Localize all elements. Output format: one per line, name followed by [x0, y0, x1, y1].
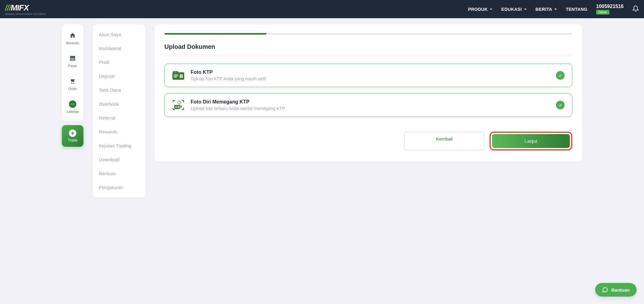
upload-item-selfie-ktp[interactable]: Foto Diri Memegang KTP Upload foto terba…: [164, 93, 572, 117]
sidebar2-item-akun-saya[interactable]: Akun Saya: [99, 32, 139, 37]
sidebar2-item-overbook[interactable]: Overbook: [99, 101, 139, 107]
sidebar-item-beranda[interactable]: Beranda: [66, 32, 79, 45]
back-button[interactable]: Kembali: [404, 132, 485, 150]
home-icon: [69, 32, 76, 39]
sidebar-item-label: Order: [68, 87, 77, 91]
check-icon: [556, 101, 565, 109]
sidebar2-item-deposit[interactable]: Deposit: [99, 74, 139, 79]
sidebar2-item-kejutan-trading[interactable]: Kejutan Trading: [99, 143, 139, 148]
help-fab[interactable]: Bantuan: [595, 283, 637, 297]
svg-rect-16: [180, 74, 183, 78]
sidebar-secondary: Akun Saya Multilateral Profil Deposit Ta…: [93, 24, 145, 197]
svg-rect-20: [175, 106, 177, 107]
dots-icon: [69, 100, 76, 108]
svg-point-5: [71, 83, 72, 84]
chat-icon: [602, 287, 608, 293]
nav-label: EDUKASI: [501, 7, 522, 12]
market-icon: [69, 55, 76, 62]
id-card-icon: KTP: [172, 70, 184, 80]
svg-point-9: [74, 104, 74, 104]
svg-point-18: [178, 101, 181, 104]
svg-rect-14: [174, 76, 178, 76]
nav-label: TENTANG: [566, 7, 587, 12]
progress-bar: [164, 33, 572, 35]
bell-icon: [632, 5, 639, 12]
nav-tentang[interactable]: TENTANG: [566, 7, 587, 12]
svg-rect-4: [74, 58, 75, 60]
header-nav: PRODUK EDUKASI BERITA TENTANG 1005921516…: [468, 4, 639, 15]
nav-berita[interactable]: BERITA: [536, 7, 557, 12]
svg-rect-15: [174, 77, 177, 78]
logo[interactable]: ///MIFX MONEX INVESTINDO FUTURES: [5, 3, 46, 15]
sidebar2-item-pengaturan[interactable]: Pengaturan: [99, 185, 139, 190]
sidebar2-item-multilateral[interactable]: Multilateral: [99, 46, 139, 51]
next-button-highlight: Lanjut: [489, 132, 572, 150]
plus-icon: +: [69, 129, 76, 137]
progress-fill: [164, 33, 266, 35]
svg-rect-1: [71, 58, 71, 60]
trade-button[interactable]: + Trade: [62, 125, 83, 147]
nav-label: BERITA: [536, 7, 552, 12]
svg-rect-21: [175, 107, 178, 108]
sidebar-item-label: Beranda: [66, 41, 79, 45]
chevron-down-icon: [524, 8, 527, 11]
main-content: Upload Dokumen KTP Foto KTP Upload foto …: [155, 24, 582, 197]
svg-rect-13: [174, 74, 178, 75]
account-id: 1005921516: [596, 4, 624, 9]
sidebar2-item-referral[interactable]: Referral: [99, 115, 139, 120]
selfie-id-icon: [172, 100, 184, 110]
divider: [164, 55, 572, 55]
sidebar-item-order[interactable]: Order: [68, 78, 77, 91]
cart-icon: [69, 78, 76, 85]
upload-card: Upload Dokumen KTP Foto KTP Upload foto …: [155, 24, 582, 162]
sidebar2-item-profil[interactable]: Profil: [99, 60, 139, 65]
svg-text:KTP: KTP: [174, 71, 177, 73]
sidebar-item-label: Pasar: [68, 64, 77, 68]
sidebar-item-lainnya[interactable]: Lainnya: [67, 100, 79, 113]
logo-sub: MONEX INVESTINDO FUTURES: [5, 13, 46, 15]
nav-produk[interactable]: PRODUK: [468, 7, 493, 12]
sidebar2-item-download[interactable]: Download: [99, 157, 139, 162]
sidebar-item-label: Lainnya: [67, 110, 79, 113]
sidebar2-item-tarik-dana[interactable]: Tarik Dana: [99, 87, 139, 93]
header: ///MIFX MONEX INVESTINDO FUTURES PRODUK …: [0, 0, 644, 18]
notifications-button[interactable]: [632, 5, 639, 13]
sidebar-primary: Beranda Pasar Order Lainnya: [62, 24, 83, 197]
check-icon: [556, 71, 565, 80]
next-button[interactable]: Lanjut: [492, 134, 570, 148]
logo-main: ///MIFX: [5, 3, 46, 13]
upload-title: Foto Diri Memegang KTP: [191, 99, 550, 105]
help-fab-label: Bantuan: [611, 287, 630, 293]
sidebar-item-pasar[interactable]: Pasar: [68, 55, 77, 68]
svg-rect-3: [73, 58, 74, 60]
page-title: Upload Dokumen: [164, 43, 572, 50]
sidebar-primary-card: Beranda Pasar Order Lainnya: [62, 24, 83, 121]
button-row: Kembali Lanjut: [164, 132, 572, 150]
svg-rect-2: [72, 58, 72, 60]
upload-title: Foto KTP: [191, 70, 550, 75]
sidebar2-item-bantuan[interactable]: Bantuan: [99, 171, 139, 176]
chevron-down-icon: [554, 8, 557, 11]
svg-point-7: [71, 104, 72, 104]
svg-rect-0: [70, 56, 75, 58]
chevron-down-icon: [489, 8, 493, 11]
upload-desc: Upload foto KTP Anda yang masih aktif: [191, 76, 550, 81]
upload-desc: Upload foto terbaru Anda sambil memegang…: [191, 106, 550, 111]
upload-item-ktp[interactable]: KTP Foto KTP Upload foto KTP Anda yang m…: [164, 64, 572, 87]
svg-point-8: [72, 104, 73, 104]
upload-text: Foto KTP Upload foto KTP Anda yang masih…: [191, 70, 550, 81]
nav-label: PRODUK: [468, 7, 488, 12]
demo-badge: Demo: [596, 10, 609, 15]
account-block[interactable]: 1005921516 Demo: [596, 4, 624, 15]
nav-edukasi[interactable]: EDUKASI: [501, 7, 527, 12]
trade-button-label: Trade: [68, 138, 78, 142]
sidebar2-item-rewards[interactable]: Rewards: [99, 129, 139, 134]
svg-rect-22: [178, 106, 179, 108]
svg-point-6: [73, 83, 74, 84]
upload-text: Foto Diri Memegang KTP Upload foto terba…: [191, 99, 550, 111]
